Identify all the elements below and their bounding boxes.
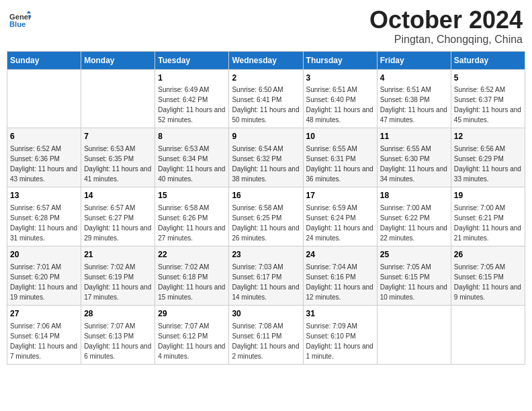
- svg-marker-2: [27, 11, 31, 13]
- day-info: Sunrise: 6:51 AMSunset: 6:38 PMDaylight:…: [380, 85, 448, 125]
- day-number: 26: [454, 249, 522, 261]
- day-info: Sunrise: 7:00 AMSunset: 6:22 PMDaylight:…: [380, 203, 448, 243]
- day-number: 8: [158, 131, 226, 142]
- day-number: 11: [380, 131, 448, 142]
- day-number: 27: [10, 308, 78, 320]
- calendar-cell: 22Sunrise: 7:02 AMSunset: 6:18 PMDayligh…: [155, 246, 229, 305]
- day-info: Sunrise: 6:59 AMSunset: 6:24 PMDaylight:…: [306, 203, 374, 243]
- day-info: Sunrise: 7:00 AMSunset: 6:21 PMDaylight:…: [454, 203, 522, 243]
- day-number: 5: [454, 73, 522, 84]
- calendar-header-thursday: Thursday: [303, 51, 377, 69]
- day-info: Sunrise: 7:02 AMSunset: 6:18 PMDaylight:…: [158, 262, 226, 302]
- calendar-cell: 15Sunrise: 6:58 AMSunset: 6:26 PMDayligh…: [155, 187, 229, 246]
- day-number: 14: [84, 190, 152, 201]
- calendar-cell: 30Sunrise: 7:08 AMSunset: 6:11 PMDayligh…: [229, 305, 303, 364]
- day-info: Sunrise: 7:06 AMSunset: 6:14 PMDaylight:…: [10, 321, 78, 361]
- day-info: Sunrise: 6:58 AMSunset: 6:26 PMDaylight:…: [158, 203, 226, 243]
- day-number: 23: [232, 249, 300, 261]
- calendar-cell: 3Sunrise: 6:51 AMSunset: 6:40 PMDaylight…: [303, 69, 377, 128]
- calendar-cell: 13Sunrise: 6:57 AMSunset: 6:28 PMDayligh…: [7, 187, 81, 246]
- calendar-cell: 9Sunrise: 6:54 AMSunset: 6:32 PMDaylight…: [229, 128, 303, 187]
- day-info: Sunrise: 6:51 AMSunset: 6:40 PMDaylight:…: [306, 85, 374, 125]
- calendar-header-sunday: Sunday: [7, 51, 81, 69]
- calendar-cell: 21Sunrise: 7:02 AMSunset: 6:19 PMDayligh…: [81, 246, 155, 305]
- day-number: 15: [158, 190, 226, 201]
- calendar-cell: 2Sunrise: 6:50 AMSunset: 6:41 PMDaylight…: [229, 69, 303, 128]
- calendar-cell: 8Sunrise: 6:53 AMSunset: 6:34 PMDaylight…: [155, 128, 229, 187]
- calendar-cell: 16Sunrise: 6:58 AMSunset: 6:25 PMDayligh…: [229, 187, 303, 246]
- day-number: 9: [232, 131, 300, 142]
- day-info: Sunrise: 6:53 AMSunset: 6:35 PMDaylight:…: [84, 144, 152, 184]
- calendar-table: SundayMondayTuesdayWednesdayThursdayFrid…: [7, 51, 525, 365]
- calendar-week-row: 6Sunrise: 6:52 AMSunset: 6:36 PMDaylight…: [7, 128, 525, 187]
- day-info: Sunrise: 6:56 AMSunset: 6:29 PMDaylight:…: [454, 144, 522, 184]
- calendar-cell: 7Sunrise: 6:53 AMSunset: 6:35 PMDaylight…: [81, 128, 155, 187]
- day-number: 19: [454, 190, 522, 201]
- day-info: Sunrise: 6:52 AMSunset: 6:37 PMDaylight:…: [454, 85, 522, 125]
- day-info: Sunrise: 6:58 AMSunset: 6:25 PMDaylight:…: [232, 203, 300, 243]
- calendar-cell: 6Sunrise: 6:52 AMSunset: 6:36 PMDaylight…: [7, 128, 81, 187]
- calendar-cell: [377, 305, 451, 364]
- calendar-header-friday: Friday: [377, 51, 451, 69]
- calendar-header-tuesday: Tuesday: [155, 51, 229, 69]
- day-info: Sunrise: 6:50 AMSunset: 6:41 PMDaylight:…: [232, 85, 300, 125]
- calendar-header-wednesday: Wednesday: [229, 51, 303, 69]
- day-info: Sunrise: 7:07 AMSunset: 6:13 PMDaylight:…: [84, 321, 152, 361]
- day-number: 21: [84, 249, 152, 261]
- day-number: 20: [10, 249, 78, 261]
- day-info: Sunrise: 6:54 AMSunset: 6:32 PMDaylight:…: [232, 144, 300, 184]
- calendar-cell: [81, 69, 155, 128]
- calendar-cell: 26Sunrise: 7:05 AMSunset: 6:15 PMDayligh…: [451, 246, 525, 305]
- day-info: Sunrise: 7:03 AMSunset: 6:17 PMDaylight:…: [232, 262, 300, 302]
- day-number: 28: [84, 308, 152, 320]
- calendar-cell: 10Sunrise: 6:55 AMSunset: 6:31 PMDayligh…: [303, 128, 377, 187]
- day-number: 29: [158, 308, 226, 320]
- day-number: 12: [454, 131, 522, 142]
- calendar-header-monday: Monday: [81, 51, 155, 69]
- day-number: 1: [158, 73, 226, 84]
- page-header: General Blue October 2024 Pingtan, Chong…: [7, 7, 525, 46]
- day-info: Sunrise: 7:05 AMSunset: 6:15 PMDaylight:…: [380, 262, 448, 302]
- calendar-cell: 23Sunrise: 7:03 AMSunset: 6:17 PMDayligh…: [229, 246, 303, 305]
- logo: General Blue: [9, 11, 34, 30]
- day-number: 31: [306, 308, 374, 320]
- calendar-cell: 27Sunrise: 7:06 AMSunset: 6:14 PMDayligh…: [7, 305, 81, 364]
- day-info: Sunrise: 7:09 AMSunset: 6:10 PMDaylight:…: [306, 321, 374, 361]
- calendar-cell: [451, 305, 525, 364]
- calendar-cell: 19Sunrise: 7:00 AMSunset: 6:21 PMDayligh…: [451, 187, 525, 246]
- day-number: 30: [232, 308, 300, 320]
- day-number: 7: [84, 131, 152, 142]
- calendar-cell: 31Sunrise: 7:09 AMSunset: 6:10 PMDayligh…: [303, 305, 377, 364]
- calendar-cell: 4Sunrise: 6:51 AMSunset: 6:38 PMDaylight…: [377, 69, 451, 128]
- day-info: Sunrise: 7:01 AMSunset: 6:20 PMDaylight:…: [10, 262, 78, 302]
- day-number: 16: [232, 190, 300, 201]
- month-title: October 2024: [369, 7, 523, 34]
- calendar-week-row: 1Sunrise: 6:49 AMSunset: 6:42 PMDaylight…: [7, 69, 525, 128]
- day-info: Sunrise: 6:57 AMSunset: 6:28 PMDaylight:…: [10, 203, 78, 243]
- svg-text:Blue: Blue: [9, 20, 26, 28]
- day-number: 3: [306, 73, 374, 84]
- day-number: 6: [10, 131, 78, 142]
- day-info: Sunrise: 7:08 AMSunset: 6:11 PMDaylight:…: [232, 321, 300, 361]
- calendar-header-saturday: Saturday: [451, 51, 525, 69]
- day-info: Sunrise: 6:53 AMSunset: 6:34 PMDaylight:…: [158, 144, 226, 184]
- day-info: Sunrise: 6:52 AMSunset: 6:36 PMDaylight:…: [10, 144, 78, 184]
- day-number: 10: [306, 131, 374, 142]
- calendar-cell: 12Sunrise: 6:56 AMSunset: 6:29 PMDayligh…: [451, 128, 525, 187]
- day-info: Sunrise: 7:05 AMSunset: 6:15 PMDaylight:…: [454, 262, 522, 302]
- day-info: Sunrise: 6:55 AMSunset: 6:31 PMDaylight:…: [306, 144, 374, 184]
- calendar-cell: 29Sunrise: 7:07 AMSunset: 6:12 PMDayligh…: [155, 305, 229, 364]
- day-number: 13: [10, 190, 78, 201]
- day-info: Sunrise: 6:55 AMSunset: 6:30 PMDaylight:…: [380, 144, 448, 184]
- calendar-cell: 24Sunrise: 7:04 AMSunset: 6:16 PMDayligh…: [303, 246, 377, 305]
- day-info: Sunrise: 7:04 AMSunset: 6:16 PMDaylight:…: [306, 262, 374, 302]
- calendar-cell: 20Sunrise: 7:01 AMSunset: 6:20 PMDayligh…: [7, 246, 81, 305]
- location: Pingtan, Chongqing, China: [369, 34, 523, 46]
- day-info: Sunrise: 7:02 AMSunset: 6:19 PMDaylight:…: [84, 262, 152, 302]
- day-number: 18: [380, 190, 448, 201]
- day-number: 17: [306, 190, 374, 201]
- day-number: 25: [380, 249, 448, 261]
- calendar-cell: [7, 69, 81, 128]
- calendar-cell: 11Sunrise: 6:55 AMSunset: 6:30 PMDayligh…: [377, 128, 451, 187]
- day-info: Sunrise: 6:57 AMSunset: 6:27 PMDaylight:…: [84, 203, 152, 243]
